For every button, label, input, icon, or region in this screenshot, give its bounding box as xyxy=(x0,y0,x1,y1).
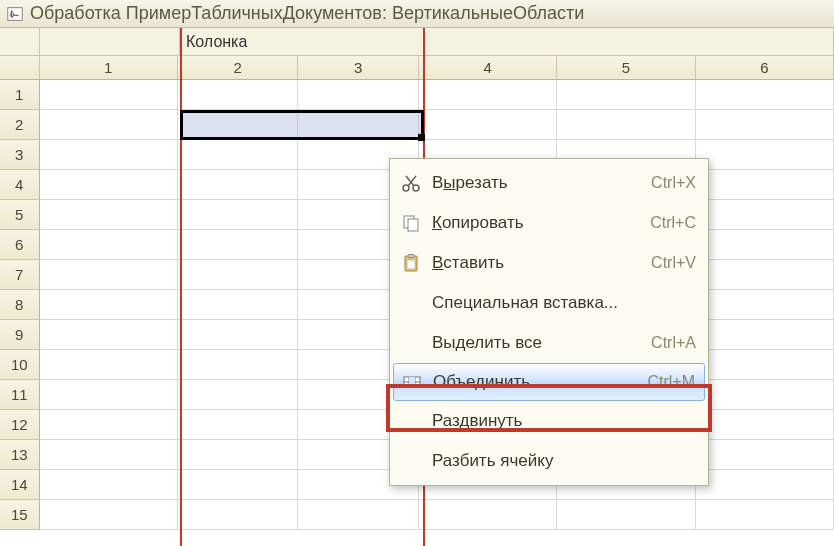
menu-item--[interactable]: Специальная вставка... xyxy=(390,283,708,323)
cell[interactable] xyxy=(40,290,178,320)
cell[interactable] xyxy=(696,260,834,290)
cell[interactable] xyxy=(696,110,834,140)
cell[interactable] xyxy=(696,350,834,380)
row-header-15[interactable]: 15 xyxy=(0,500,40,530)
cell[interactable] xyxy=(696,410,834,440)
col-header-2[interactable]: 2 xyxy=(178,56,299,80)
col-header-6[interactable]: 6 xyxy=(696,56,834,80)
cell[interactable] xyxy=(178,260,299,290)
named-area-label-cell[interactable]: Колонка xyxy=(180,28,424,56)
cell[interactable] xyxy=(419,80,557,110)
cell[interactable] xyxy=(178,230,299,260)
row-header-13[interactable]: 13 xyxy=(0,440,40,470)
menu-item-label: Вставить xyxy=(432,253,651,273)
cell[interactable] xyxy=(178,80,299,110)
col-header-4[interactable]: 4 xyxy=(419,56,557,80)
cell[interactable] xyxy=(40,110,178,140)
row-header-5[interactable]: 5 xyxy=(0,200,40,230)
cell[interactable] xyxy=(40,380,178,410)
named-area-left-edge xyxy=(180,28,182,546)
cell[interactable] xyxy=(40,440,178,470)
cell[interactable] xyxy=(40,170,178,200)
svg-rect-13 xyxy=(409,377,415,387)
svg-rect-7 xyxy=(408,255,414,258)
row-header-6[interactable]: 6 xyxy=(0,230,40,260)
cell[interactable] xyxy=(696,380,834,410)
cell[interactable] xyxy=(557,500,695,530)
cell[interactable] xyxy=(696,230,834,260)
menu-item-label: Раздвинуть xyxy=(432,411,696,431)
cell[interactable] xyxy=(696,500,834,530)
select-all-corner[interactable] xyxy=(0,56,40,80)
cell[interactable] xyxy=(40,230,178,260)
row-header-2[interactable]: 2 xyxy=(0,110,40,140)
cell[interactable] xyxy=(40,320,178,350)
cell[interactable] xyxy=(178,350,299,380)
menu-item-shortcut: Ctrl+A xyxy=(651,334,696,352)
cell[interactable] xyxy=(178,380,299,410)
cell[interactable] xyxy=(696,80,834,110)
cell[interactable] xyxy=(40,80,178,110)
cell[interactable] xyxy=(419,500,557,530)
cell[interactable] xyxy=(696,440,834,470)
menu-item--[interactable]: ОбъединитьCtrl+M xyxy=(393,363,705,401)
cell[interactable] xyxy=(40,260,178,290)
cell[interactable] xyxy=(696,320,834,350)
cell[interactable] xyxy=(40,350,178,380)
row-header-8[interactable]: 8 xyxy=(0,290,40,320)
cell[interactable] xyxy=(40,470,178,500)
menu-item--[interactable]: КопироватьCtrl+C xyxy=(390,203,708,243)
row-header-11[interactable]: 11 xyxy=(0,380,40,410)
cell[interactable] xyxy=(298,110,419,140)
cell[interactable] xyxy=(178,320,299,350)
cell[interactable] xyxy=(178,410,299,440)
spreadsheet[interactable]: Колонка 1 2 3 4 5 6 12345678910111213141… xyxy=(0,28,834,530)
cell[interactable] xyxy=(178,290,299,320)
cell[interactable] xyxy=(40,140,178,170)
named-area-corner xyxy=(0,28,40,56)
cell[interactable] xyxy=(178,170,299,200)
row-header-14[interactable]: 14 xyxy=(0,470,40,500)
cell[interactable] xyxy=(696,200,834,230)
row-header-3[interactable]: 3 xyxy=(0,140,40,170)
cell[interactable] xyxy=(696,290,834,320)
cell[interactable] xyxy=(40,500,178,530)
cell[interactable] xyxy=(298,500,419,530)
row-header-9[interactable]: 9 xyxy=(0,320,40,350)
menu-item-label: Вырезать xyxy=(432,173,651,193)
row-header-1[interactable]: 1 xyxy=(0,80,40,110)
row-header-7[interactable]: 7 xyxy=(0,260,40,290)
cell[interactable] xyxy=(178,110,299,140)
cell[interactable] xyxy=(40,200,178,230)
cell[interactable] xyxy=(178,440,299,470)
menu-item--[interactable]: ВырезатьCtrl+X xyxy=(390,163,708,203)
menu-item--[interactable]: Разбить ячейку xyxy=(390,441,708,481)
cell[interactable] xyxy=(696,140,834,170)
row-header-12[interactable]: 12 xyxy=(0,410,40,440)
cell[interactable] xyxy=(557,80,695,110)
cell[interactable] xyxy=(419,110,557,140)
menu-item--[interactable]: Выделить всеCtrl+A xyxy=(390,323,708,363)
row-header-10[interactable]: 10 xyxy=(0,350,40,380)
col-header-1[interactable]: 1 xyxy=(40,56,178,80)
table-row: 1 xyxy=(0,80,834,110)
col-header-5[interactable]: 5 xyxy=(557,56,695,80)
named-area-header: Колонка xyxy=(0,28,834,56)
paste-icon xyxy=(396,253,426,273)
menu-item-shortcut: Ctrl+C xyxy=(650,214,696,232)
cell[interactable] xyxy=(40,410,178,440)
cell[interactable] xyxy=(696,470,834,500)
cell[interactable] xyxy=(178,140,299,170)
col-header-3[interactable]: 3 xyxy=(298,56,419,80)
cell[interactable] xyxy=(696,170,834,200)
cell[interactable] xyxy=(178,470,299,500)
cell[interactable] xyxy=(557,110,695,140)
menu-item--[interactable]: Раздвинуть xyxy=(390,401,708,441)
cell[interactable] xyxy=(178,500,299,530)
cell[interactable] xyxy=(178,200,299,230)
menu-item-label: Разбить ячейку xyxy=(432,451,696,471)
cell[interactable] xyxy=(298,80,419,110)
row-header-4[interactable]: 4 xyxy=(0,170,40,200)
menu-item--[interactable]: ВставитьCtrl+V xyxy=(390,243,708,283)
merge-icon xyxy=(397,372,427,392)
